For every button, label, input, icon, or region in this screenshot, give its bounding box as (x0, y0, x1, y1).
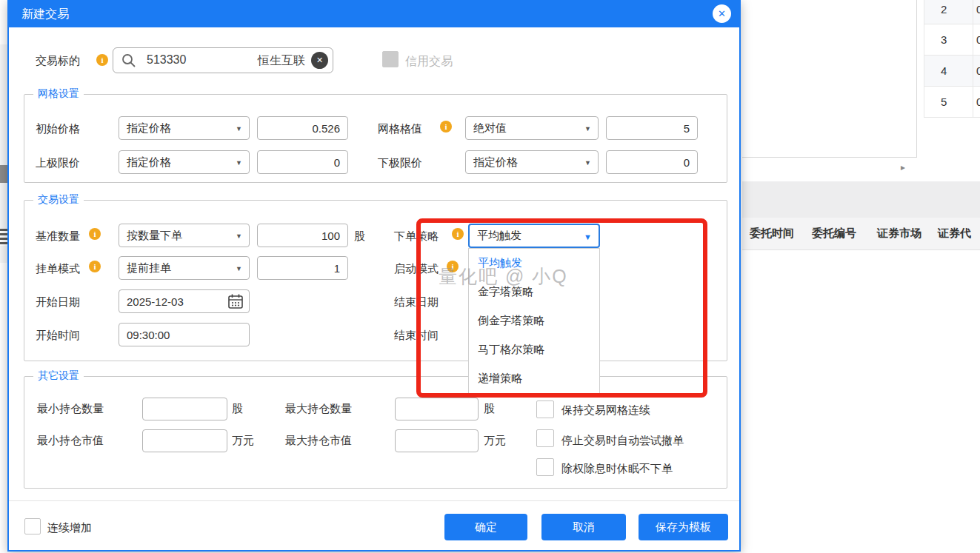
base-qty-select[interactable]: 按数量下单 ▼ (119, 224, 250, 247)
table-row (924, 56, 980, 87)
pending-mode-select[interactable]: 提前挂单 ▼ (119, 256, 250, 280)
strategy-info-icon[interactable]: i (452, 228, 464, 240)
max-value-input[interactable] (395, 429, 479, 452)
chevron-down-icon: ▼ (584, 125, 591, 133)
table-cell-partial: 0 (976, 64, 980, 77)
continuous-add-checkbox[interactable] (24, 518, 41, 534)
dialog-titlebar: 新建交易 (9, 1, 739, 27)
min-value-unit: 万元 (232, 434, 254, 448)
strategy-option-incremental[interactable]: 递增策略 (469, 364, 599, 393)
table-row (924, 24, 980, 56)
start-mode-label: 启动模式 (394, 262, 439, 276)
pending-mode-info-icon[interactable]: i (89, 261, 101, 272)
exdiv-sleep-checkbox[interactable] (536, 458, 554, 476)
credit-trade-label: 信用交易 (405, 54, 453, 70)
min-value-input[interactable] (142, 429, 227, 452)
table-left-border (924, 0, 924, 118)
strategy-option-pyramid[interactable]: 金字塔策略 (469, 278, 599, 306)
start-date-input[interactable]: 2025-12-03 (119, 289, 250, 313)
init-price-label: 初始价格 (36, 122, 80, 136)
strategy-combobox-value: 平均触发 (477, 229, 521, 243)
credit-trade-checkbox[interactable] (382, 51, 399, 67)
base-qty-input[interactable]: 100 (257, 224, 348, 247)
init-price-select[interactable]: 指定价格 ▼ (119, 116, 250, 140)
table-cell-partial: 0 (976, 33, 980, 46)
grid-step-select-value: 绝对值 (473, 121, 507, 135)
init-price-input[interactable]: 0.526 (257, 116, 348, 140)
chevron-down-icon: ▼ (584, 159, 591, 167)
end-time-label: 结束时间 (394, 329, 439, 343)
dialog-title: 新建交易 (21, 7, 69, 22)
ok-button[interactable]: 确定 (444, 514, 527, 540)
footer-divider (9, 500, 739, 501)
strategy-option-martingale[interactable]: 马丁格尔策略 (469, 335, 599, 364)
min-qty-input[interactable] (142, 398, 227, 420)
table-cell-partial: 0 (976, 3, 980, 16)
table-row (924, 87, 980, 118)
exdiv-sleep-label: 除权除息时休眠不下单 (561, 462, 673, 476)
orders-header-market: 证券市场 (877, 227, 921, 241)
lower-limit-select-value: 指定价格 (473, 155, 518, 170)
start-date-value: 2025-12-03 (127, 295, 184, 308)
security-search-box[interactable]: 513330 恒生互联 ✕ (113, 47, 333, 73)
security-name: 恒生互联 (258, 53, 305, 69)
orders-header-time: 委托时间 (750, 227, 794, 241)
min-qty-unit: 股 (232, 402, 243, 416)
base-qty-select-value: 按数量下单 (127, 229, 182, 243)
row-number: 2 (941, 3, 947, 16)
max-value-label: 最大持仓市值 (285, 434, 352, 448)
grid-step-label: 网格格值 (378, 122, 422, 136)
scroll-right-arrow[interactable]: ▸ (901, 162, 905, 172)
base-qty-info-icon[interactable]: i (89, 228, 101, 240)
chevron-down-icon: ▼ (236, 265, 242, 272)
lower-limit-input[interactable]: 0 (606, 150, 698, 174)
keep-grid-label: 保持交易网格连续 (561, 403, 650, 418)
start-mode-info-icon[interactable]: i (447, 261, 459, 272)
strategy-combobox[interactable]: 平均触发 ▼ (468, 224, 600, 248)
pending-mode-select-value: 提前挂单 (127, 261, 171, 275)
max-qty-label: 最大持仓数量 (285, 402, 352, 416)
auto-cancel-label: 停止交易时自动尝试撤单 (561, 434, 684, 448)
row-number: 4 (941, 64, 947, 77)
background-panel (742, 0, 917, 158)
grid-step-input[interactable]: 5 (606, 116, 698, 140)
strategy-option-average[interactable]: 平均触发 (469, 249, 599, 278)
start-time-label: 开始时间 (36, 329, 80, 343)
calendar-icon[interactable] (227, 293, 244, 309)
security-code[interactable]: 513330 (147, 53, 186, 67)
min-value-label: 最小持仓市值 (37, 434, 104, 448)
grid-step-select[interactable]: 绝对值 ▼ (465, 116, 599, 140)
max-qty-input[interactable] (395, 398, 479, 420)
cancel-button[interactable]: 取消 (541, 514, 626, 540)
grid-step-info-icon[interactable]: i (440, 121, 452, 133)
lower-limit-select[interactable]: 指定价格 ▼ (465, 150, 599, 174)
screen: { "window": { "title": "新建交易" }, "target… (0, 0, 980, 553)
start-time-input[interactable]: 09:30:00 (119, 323, 250, 346)
save-template-button[interactable]: 保存为模板 (639, 514, 728, 540)
target-info-icon[interactable]: i (96, 54, 108, 66)
continuous-add-label: 连续增加 (47, 521, 92, 535)
upper-limit-select-value: 指定价格 (127, 155, 171, 170)
upper-limit-input[interactable]: 0 (257, 150, 348, 174)
init-price-select-value: 指定价格 (127, 121, 171, 135)
pending-mode-input[interactable]: 1 (257, 256, 348, 280)
target-label: 交易标的 (36, 54, 80, 68)
lower-limit-label: 下极限价 (378, 156, 422, 170)
upper-limit-select[interactable]: 指定价格 ▼ (119, 150, 250, 174)
new-trade-dialog: 新建交易 ✕ 交易标的 i 513330 恒生互联 ✕ 信用交易 网格设置 初始… (7, 0, 741, 552)
auto-cancel-checkbox[interactable] (536, 429, 554, 447)
base-qty-unit: 股 (354, 229, 365, 244)
table-cell-partial: 0 (976, 95, 980, 108)
min-qty-label: 最小持仓数量 (37, 402, 104, 416)
row-number: 3 (941, 33, 947, 46)
base-qty-label: 基准数量 (36, 229, 80, 244)
close-icon[interactable]: ✕ (713, 4, 731, 23)
orders-header-code: 证券代 (938, 227, 971, 241)
chevron-down-icon: ▼ (236, 125, 242, 133)
clear-icon[interactable]: ✕ (311, 52, 328, 69)
chevron-down-icon: ▼ (236, 159, 242, 167)
strategy-option-inverted-pyramid[interactable]: 倒金字塔策略 (469, 306, 599, 335)
strategy-dropdown-list: 平均触发 金字塔策略 倒金字塔策略 马丁格尔策略 递增策略 (468, 248, 600, 395)
keep-grid-checkbox[interactable] (536, 400, 554, 418)
trade-settings-legend: 交易设置 (33, 193, 84, 207)
